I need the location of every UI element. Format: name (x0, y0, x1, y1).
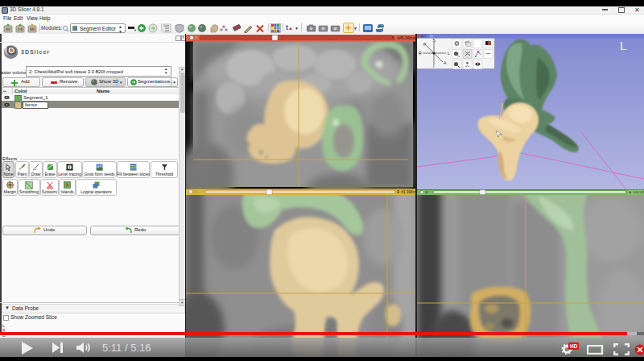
svg-text:R: R (419, 51, 422, 56)
svg-text:A: 103.533mm: A: 103.533mm (629, 190, 644, 194)
svg-text:S: -645.340mm: S: -645.340mm (392, 36, 415, 40)
svg-text:I: I (433, 64, 434, 68)
svg-text:L: L (448, 51, 450, 56)
svg-text:R: 81.998mm: R: 81.998mm (397, 190, 415, 194)
svg-text:L: L (620, 39, 626, 52)
